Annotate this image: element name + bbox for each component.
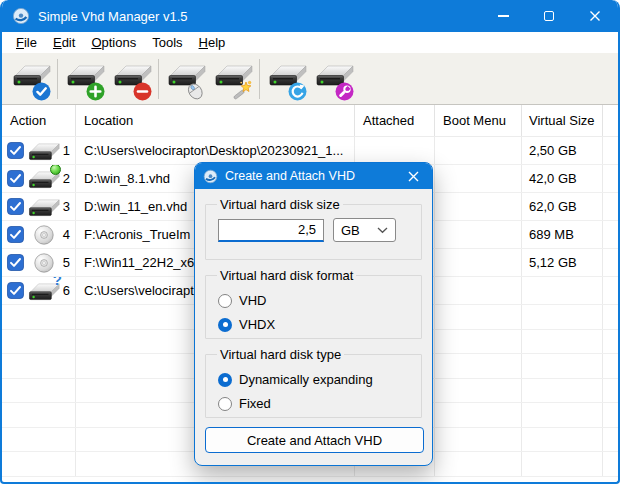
column-header-boot-menu[interactable]: Boot Menu [435,105,522,136]
dialog-close-button[interactable] [398,165,428,187]
tools-options-button[interactable] [310,56,357,102]
create-attach-vhd-dialog: Create and Attach VHD Virtual hard disk … [194,162,433,466]
radio-vhdx[interactable]: VHDX [218,317,411,332]
dialog-title: Create and Attach VHD [225,169,391,183]
size-group-label: Virtual hard disk size [217,197,343,212]
menu-help[interactable]: Help [191,33,234,52]
menu-file[interactable]: File [8,33,45,52]
cell-boot-menu [435,249,522,276]
remove-vhd-button[interactable] [108,56,155,102]
row-number: 1 [63,143,75,158]
unit-select[interactable]: GB [333,218,396,242]
hdd-missing-icon: ? [27,279,60,302]
check-icon [32,82,51,101]
dialog-titlebar[interactable]: Create and Attach VHD [195,163,432,189]
cell-virtual-size: 42,0 GB [522,165,603,192]
row-checkbox[interactable] [7,282,24,299]
refresh-button[interactable] [263,56,310,102]
row-checkbox[interactable] [7,254,24,271]
menu-tools[interactable]: Tools [144,33,190,52]
close-button[interactable] [572,0,618,32]
hdd-icon [27,139,60,162]
cell-virtual-size: 689 MB [522,221,603,248]
type-group: Virtual hard disk type Dynamically expan… [205,347,422,418]
row-number: 2 [63,171,75,186]
app-icon [203,169,218,184]
row-checkbox[interactable] [7,198,24,215]
hdd-icon [27,195,60,218]
column-header-virtual-size[interactable]: Virtual Size [522,105,603,136]
radio-selected-icon[interactable] [218,318,232,332]
refresh-icon [288,82,307,101]
create-vhd-wizard-button[interactable] [209,56,256,102]
type-group-label: Virtual hard disk type [217,347,344,362]
row-checkbox[interactable] [7,142,24,159]
cell-virtual-size [522,277,603,304]
radio-selected-icon[interactable] [218,373,232,387]
size-group: Virtual hard disk size GB [205,197,422,260]
unit-select-value: GB [341,223,360,238]
cell-virtual-size: 2,50 GB [522,137,603,164]
row-number: 4 [63,227,75,242]
row-number: 5 [63,255,75,270]
table-header: Action Location Attached Boot Menu Virtu… [2,105,618,137]
row-number: 3 [63,199,75,214]
toolbar [2,53,618,105]
cell-boot-menu [435,277,522,304]
radio-fixed[interactable]: Fixed [218,396,411,411]
attach-vhd-button[interactable] [7,56,54,102]
column-header-filler [603,105,618,136]
close-icon [589,10,601,22]
cell-attached [355,137,435,164]
cell-virtual-size: 5,12 GB [522,249,603,276]
size-input[interactable] [218,219,324,242]
row-checkbox[interactable] [7,170,24,187]
create-and-attach-vhd-button[interactable]: Create and Attach VHD [205,427,424,453]
maximize-button[interactable] [526,0,572,32]
cell-boot-menu [435,221,522,248]
titlebar[interactable]: Simple Vhd Manager v1.5 [2,0,618,32]
maximize-icon [544,11,554,21]
toolbar-separator [158,59,159,99]
window-title: Simple Vhd Manager v1.5 [38,9,480,24]
radio-unselected-icon[interactable] [218,397,232,411]
row-number: 6 [63,283,75,298]
cell-boot-menu [435,193,522,220]
magic-wand-icon [232,80,253,101]
plus-icon [86,82,105,101]
app-window: Simple Vhd Manager v1.5 File Edit Option… [0,0,620,484]
radio-dynamically-expanding[interactable]: Dynamically expanding [218,372,411,387]
toolbar-separator [57,59,58,99]
cd-icon [27,251,60,274]
cell-boot-menu [435,137,522,164]
mount-options-button[interactable] [162,56,209,102]
wrench-icon [335,82,354,101]
menu-edit[interactable]: Edit [45,33,83,52]
toolbar-separator [259,59,260,99]
add-vhd-button[interactable] [61,56,108,102]
minus-icon [133,82,152,101]
cd-icon [27,223,60,246]
format-group: Virtual hard disk format VHD VHDX [205,268,422,339]
column-header-location[interactable]: Location [76,105,355,136]
cell-location: C:\Users\velociraptor\Desktop\20230921_1… [76,137,355,164]
column-header-attached[interactable]: Attached [355,105,435,136]
minimize-button[interactable] [480,0,526,32]
format-group-label: Virtual hard disk format [217,268,356,283]
hdd-attached-icon [27,167,60,190]
minimize-icon [498,15,509,17]
app-icon [12,7,30,25]
column-header-action[interactable]: Action [2,105,76,136]
cell-virtual-size: 62,0 GB [522,193,603,220]
cell-boot-menu [435,165,522,192]
close-icon [408,171,419,182]
menubar: File Edit Options Tools Help [2,32,618,53]
radio-unselected-icon[interactable] [218,294,232,308]
chevron-down-icon [377,227,388,234]
mouse-icon [185,80,206,101]
table-row[interactable]: 1 C:\Users\velociraptor\Desktop\20230921… [2,137,618,165]
radio-vhd[interactable]: VHD [218,293,411,308]
menu-options[interactable]: Options [83,33,144,52]
row-checkbox[interactable] [7,226,24,243]
question-mark-icon: ? [53,277,62,288]
